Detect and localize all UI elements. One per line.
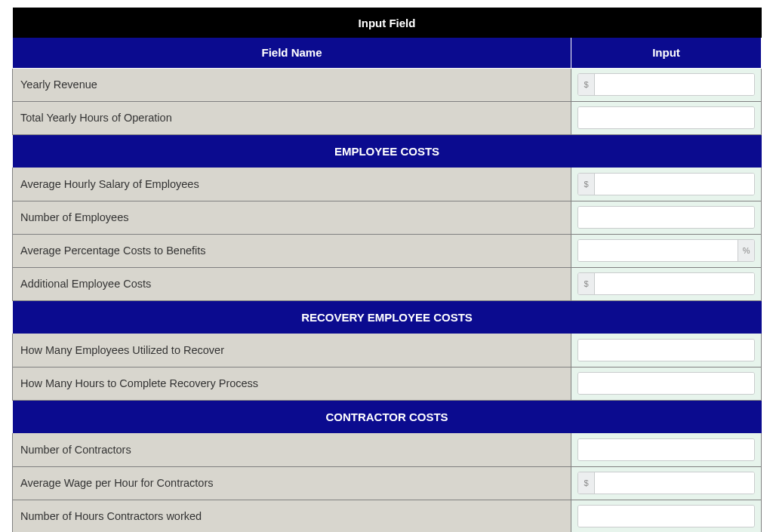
value-input[interactable] bbox=[578, 207, 754, 228]
input-field-table: Input Field Field Name Input Yearly Reve… bbox=[12, 8, 762, 532]
header-row: Field Name Input bbox=[13, 38, 762, 68]
table-row: Average Hourly Salary of Employees$ bbox=[13, 168, 762, 201]
input-group bbox=[577, 339, 755, 361]
input-cell: $ bbox=[571, 267, 762, 300]
input-cell bbox=[571, 101, 762, 134]
field-label: Number of Contractors bbox=[13, 433, 571, 466]
input-group: $ bbox=[577, 272, 755, 295]
section-header: RECOVERY EMPLOYEE COSTS bbox=[13, 300, 762, 334]
field-label: How Many Employees Utilized to Recover bbox=[13, 334, 571, 367]
input-cell bbox=[571, 367, 762, 400]
table-row: Average Percentage Costs to Benefits% bbox=[13, 234, 762, 267]
input-group bbox=[577, 505, 755, 527]
table-row: Additional Employee Costs$ bbox=[13, 267, 762, 300]
input-cell: $ bbox=[571, 466, 762, 500]
table-row: Total Yearly Hours of Operation bbox=[13, 101, 762, 134]
section-header: CONTRACTOR COSTS bbox=[13, 400, 762, 433]
value-input[interactable] bbox=[595, 472, 754, 494]
field-label: Total Yearly Hours of Operation bbox=[13, 101, 571, 134]
dollar-addon: $ bbox=[578, 472, 595, 494]
input-cell: $ bbox=[571, 168, 762, 201]
value-input[interactable] bbox=[578, 107, 754, 128]
input-group: $ bbox=[577, 73, 755, 96]
input-group bbox=[577, 438, 755, 461]
field-label: Average Percentage Costs to Benefits bbox=[13, 234, 571, 267]
input-cell bbox=[571, 201, 762, 234]
table-row: Average Wage per Hour for Contractors$ bbox=[13, 466, 762, 500]
input-cell bbox=[571, 334, 762, 367]
field-label: Average Hourly Salary of Employees bbox=[13, 168, 571, 201]
input-group: % bbox=[577, 239, 755, 262]
field-label: Average Wage per Hour for Contractors bbox=[13, 466, 571, 500]
value-input[interactable] bbox=[595, 174, 754, 195]
field-label: How Many Hours to Complete Recovery Proc… bbox=[13, 367, 571, 400]
table-title: Input Field bbox=[13, 8, 762, 38]
field-label: Number of Employees bbox=[13, 201, 571, 234]
value-input[interactable] bbox=[595, 273, 754, 294]
value-input[interactable] bbox=[595, 74, 754, 95]
table-body: Input Field Field Name Input Yearly Reve… bbox=[13, 8, 762, 532]
value-input[interactable] bbox=[578, 373, 754, 394]
input-group bbox=[577, 372, 755, 395]
dollar-addon: $ bbox=[578, 273, 595, 294]
table-row: How Many Hours to Complete Recovery Proc… bbox=[13, 367, 762, 400]
input-cell: % bbox=[571, 234, 762, 267]
table-row: How Many Employees Utilized to Recover bbox=[13, 334, 762, 367]
value-input[interactable] bbox=[578, 506, 754, 527]
percent-addon: % bbox=[738, 240, 754, 261]
title-row: Input Field bbox=[13, 8, 762, 38]
input-group: $ bbox=[577, 472, 755, 494]
input-cell bbox=[571, 500, 762, 532]
value-input[interactable] bbox=[578, 340, 754, 361]
table-row: Number of Employees bbox=[13, 201, 762, 234]
dollar-addon: $ bbox=[578, 74, 595, 95]
input-group bbox=[577, 106, 755, 129]
field-label: Additional Employee Costs bbox=[13, 267, 571, 300]
section-heading: CONTRACTOR COSTS bbox=[13, 400, 762, 433]
dollar-addon: $ bbox=[578, 174, 595, 195]
section-heading: RECOVERY EMPLOYEE COSTS bbox=[13, 300, 762, 334]
value-input[interactable] bbox=[578, 439, 754, 460]
input-group: $ bbox=[577, 173, 755, 195]
field-label: Yearly Revenue bbox=[13, 68, 571, 101]
table-row: Yearly Revenue$ bbox=[13, 68, 762, 101]
table-row: Number of Contractors bbox=[13, 433, 762, 466]
input-group bbox=[577, 206, 755, 229]
input-cell: $ bbox=[571, 68, 762, 101]
section-header: EMPLOYEE COSTS bbox=[13, 134, 762, 168]
field-label: Number of Hours Contractors worked bbox=[13, 500, 571, 532]
value-input[interactable] bbox=[578, 240, 738, 261]
column-header-input: Input bbox=[571, 38, 762, 68]
input-cell bbox=[571, 433, 762, 466]
column-header-name: Field Name bbox=[13, 38, 571, 68]
section-heading: EMPLOYEE COSTS bbox=[13, 134, 762, 168]
table-row: Number of Hours Contractors worked bbox=[13, 500, 762, 532]
